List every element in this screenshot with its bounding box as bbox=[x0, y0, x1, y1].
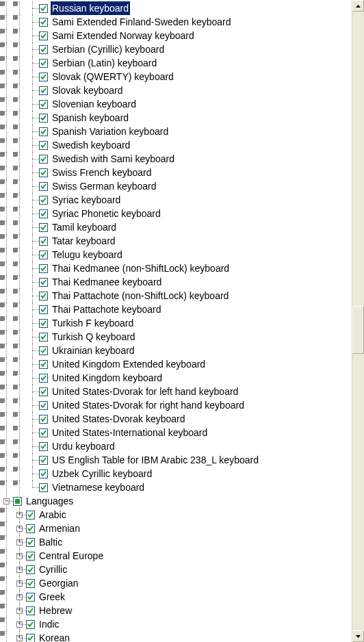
checkbox[interactable] bbox=[26, 552, 35, 561]
tree-item-keyboard[interactable]: Sami Extended Finland-Sweden keyboard bbox=[0, 15, 352, 29]
checkbox[interactable] bbox=[39, 127, 48, 136]
vertical-scrollbar[interactable] bbox=[352, 0, 364, 642]
checkbox[interactable] bbox=[39, 292, 48, 300]
checkbox[interactable] bbox=[39, 428, 48, 437]
checkbox[interactable] bbox=[39, 264, 48, 273]
checkbox[interactable] bbox=[39, 59, 48, 68]
tree-item-keyboard[interactable]: Tatar keyboard bbox=[0, 234, 352, 248]
tree-item-keyboard[interactable]: Syriac keyboard bbox=[0, 193, 352, 207]
checkbox[interactable] bbox=[26, 579, 35, 588]
tree-item-language[interactable]: Armenian bbox=[0, 522, 352, 535]
checkbox[interactable] bbox=[39, 100, 48, 109]
checkbox[interactable] bbox=[39, 168, 48, 177]
tree-item-language[interactable]: Greek bbox=[0, 590, 352, 604]
scrollbar-track[interactable] bbox=[352, 12, 364, 630]
tree-item-keyboard[interactable]: Thai Kedmanee (non-ShiftLock) keyboard bbox=[0, 261, 352, 275]
scrollbar-thumb[interactable] bbox=[352, 306, 364, 354]
tree-item-keyboard[interactable]: Turkish Q keyboard bbox=[0, 330, 352, 344]
checkbox[interactable] bbox=[39, 4, 48, 13]
checkbox[interactable] bbox=[39, 442, 48, 451]
checkbox[interactable] bbox=[39, 45, 48, 54]
checkbox[interactable] bbox=[39, 31, 48, 40]
tree-item-keyboard[interactable]: Swiss French keyboard bbox=[0, 166, 352, 179]
tree-item-languages-header[interactable]: Languages bbox=[0, 494, 352, 508]
tree-item-keyboard[interactable]: Serbian (Cyrillic) keyboard bbox=[0, 42, 352, 56]
checkbox[interactable] bbox=[39, 223, 48, 232]
tree-item-keyboard[interactable]: Slovak (QWERTY) keyboard bbox=[0, 70, 352, 84]
tree-item-keyboard[interactable]: Slovenian keyboard bbox=[0, 97, 352, 111]
tree-item-language[interactable]: Central Europe bbox=[0, 549, 352, 563]
checkbox[interactable] bbox=[39, 251, 48, 259]
tree-item-keyboard[interactable]: US English Table for IBM Arabic 238_L ke… bbox=[0, 453, 352, 467]
tree-item-keyboard[interactable]: Tamil keyboard bbox=[0, 220, 352, 234]
checkbox[interactable] bbox=[39, 387, 48, 396]
tree-item-keyboard[interactable]: Turkish F keyboard bbox=[0, 316, 352, 330]
checkbox[interactable] bbox=[39, 182, 48, 191]
tree-item-keyboard[interactable]: Slovak keyboard bbox=[0, 84, 352, 97]
checkbox[interactable] bbox=[39, 483, 48, 492]
tree-item-keyboard[interactable]: Ukrainian keyboard bbox=[0, 344, 352, 357]
tree-item-keyboard[interactable]: Thai Kedmanee keyboard bbox=[0, 275, 352, 289]
expand-icon[interactable] bbox=[16, 580, 23, 587]
checkbox[interactable] bbox=[39, 278, 48, 287]
checkbox[interactable] bbox=[39, 155, 48, 164]
checkbox[interactable] bbox=[13, 497, 22, 506]
checkbox[interactable] bbox=[26, 538, 35, 547]
checkbox[interactable] bbox=[39, 401, 48, 410]
checkbox[interactable] bbox=[26, 511, 35, 519]
checkbox[interactable] bbox=[39, 209, 48, 218]
checkbox[interactable] bbox=[26, 565, 35, 574]
tree-view[interactable]: Russian keyboardSami Extended Finland-Sw… bbox=[0, 0, 352, 642]
scroll-down-button[interactable] bbox=[352, 630, 364, 642]
tree-item-language[interactable]: Cyrillic bbox=[0, 563, 352, 576]
checkbox[interactable] bbox=[39, 333, 48, 342]
checkbox[interactable] bbox=[39, 319, 48, 328]
tree-item-keyboard[interactable]: Serbian (Latin) keyboard bbox=[0, 56, 352, 70]
tree-item-keyboard[interactable]: Thai Pattachote keyboard bbox=[0, 303, 352, 316]
tree-item-language[interactable]: Indic bbox=[0, 617, 352, 631]
tree-item-keyboard[interactable]: Syriac Phonetic keyboard bbox=[0, 207, 352, 220]
tree-item-keyboard[interactable]: Vietnamese keyboard bbox=[0, 480, 352, 494]
checkbox[interactable] bbox=[39, 374, 48, 383]
checkbox[interactable] bbox=[26, 593, 35, 602]
expand-icon[interactable] bbox=[16, 621, 23, 628]
tree-item-keyboard[interactable]: Swedish with Sami keyboard bbox=[0, 152, 352, 166]
expand-icon[interactable] bbox=[16, 567, 23, 573]
tree-item-keyboard[interactable]: Urdu keyboard bbox=[0, 439, 352, 453]
tree-item-keyboard[interactable]: Thai Pattachote (non-ShiftLock) keyboard bbox=[0, 289, 352, 303]
checkbox[interactable] bbox=[39, 141, 48, 150]
checkbox[interactable] bbox=[39, 18, 48, 27]
checkbox[interactable] bbox=[39, 415, 48, 424]
tree-item-language[interactable]: Baltic bbox=[0, 535, 352, 549]
collapse-icon[interactable] bbox=[3, 498, 10, 504]
expand-icon[interactable] bbox=[16, 539, 23, 545]
expand-icon[interactable] bbox=[16, 526, 23, 532]
tree-item-keyboard[interactable]: United Kingdom Extended keyboard bbox=[0, 357, 352, 371]
checkbox[interactable] bbox=[39, 456, 48, 465]
tree-item-keyboard[interactable]: United Kingdom keyboard bbox=[0, 371, 352, 385]
expand-icon[interactable] bbox=[16, 635, 23, 641]
checkbox[interactable] bbox=[39, 470, 48, 478]
tree-item-keyboard[interactable]: Spanish Variation keyboard bbox=[0, 125, 352, 138]
scroll-up-button[interactable] bbox=[352, 0, 364, 12]
tree-item-keyboard[interactable]: Sami Extended Norway keyboard bbox=[0, 29, 352, 42]
checkbox[interactable] bbox=[39, 114, 48, 123]
expand-icon[interactable] bbox=[16, 512, 23, 518]
tree-item-language[interactable]: Korean bbox=[0, 631, 352, 642]
expand-icon[interactable] bbox=[16, 553, 23, 559]
tree-item-language[interactable]: Hebrew bbox=[0, 604, 352, 617]
checkbox[interactable] bbox=[26, 524, 35, 533]
checkbox[interactable] bbox=[26, 620, 35, 629]
tree-item-keyboard[interactable]: Swiss German keyboard bbox=[0, 179, 352, 193]
tree-item-language[interactable]: Arabic bbox=[0, 508, 352, 522]
checkbox[interactable] bbox=[39, 86, 48, 95]
checkbox[interactable] bbox=[39, 237, 48, 246]
checkbox[interactable] bbox=[26, 634, 35, 643]
checkbox[interactable] bbox=[26, 606, 35, 615]
tree-item-keyboard[interactable]: Telugu keyboard bbox=[0, 248, 352, 261]
tree-item-keyboard[interactable]: United States-Dvorak keyboard bbox=[0, 412, 352, 426]
tree-item-keyboard[interactable]: Spanish keyboard bbox=[0, 111, 352, 125]
tree-item-keyboard[interactable]: United States-Dvorak for left hand keybo… bbox=[0, 385, 352, 398]
tree-item-keyboard[interactable]: Russian keyboard bbox=[0, 1, 352, 15]
checkbox[interactable] bbox=[39, 360, 48, 369]
